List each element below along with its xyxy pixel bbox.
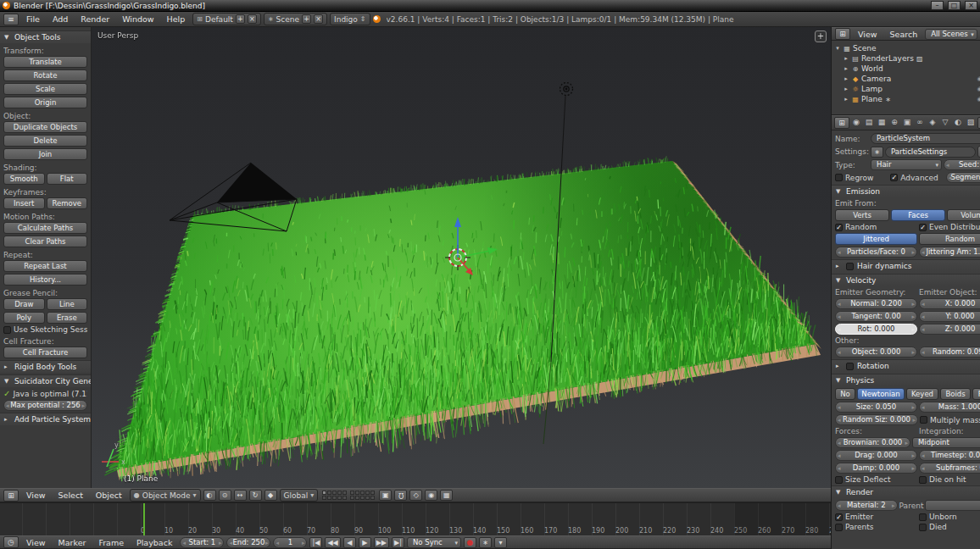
type-select[interactable]: Hair (871, 159, 942, 170)
random-size-field[interactable]: Random Siz: 0.000 (835, 414, 918, 425)
seed-field[interactable]: Seed: 0 (944, 159, 980, 170)
grease-poly-button[interactable]: Poly (3, 312, 45, 324)
timeline-menu-marker[interactable]: Marker (53, 537, 92, 548)
emitter-checkbox[interactable]: Emitter (835, 513, 917, 521)
emit-verts-button[interactable]: Verts (835, 209, 889, 221)
timeline-menu-frame[interactable]: Frame (93, 537, 129, 548)
lamp-object[interactable] (560, 83, 573, 96)
menu-render[interactable]: Render (75, 14, 114, 25)
emit-faces-button[interactable]: Faces (891, 209, 945, 221)
tab-scene[interactable]: ▦ (876, 117, 888, 129)
object-tools-panel-header[interactable]: Object Tools (0, 30, 91, 43)
timeline-menu-view[interactable]: View (21, 537, 51, 548)
previous-keyframe-button[interactable]: ◀◀ (325, 537, 340, 548)
scale-button[interactable]: Scale (3, 83, 87, 95)
lock-to-scene-icon[interactable]: ▣ (379, 490, 392, 501)
frame-end-field[interactable]: End: 250 (226, 537, 270, 548)
velocity-random-field[interactable]: Random: 0.090 (919, 347, 980, 358)
rotate-button[interactable]: Rotate (3, 69, 87, 81)
damp-field[interactable]: Damp: 0.000 (835, 463, 917, 474)
outliner-item-label[interactable]: Camera (861, 75, 891, 83)
even-distribution-checkbox[interactable]: Even Distribution (919, 223, 980, 231)
random-checkbox[interactable]: Random (835, 223, 917, 231)
outliner-row-lamp[interactable]: ▸ ☼ Lamp ◉ ↖ ◈ (834, 84, 980, 94)
tab-object[interactable]: ▣ (901, 117, 913, 129)
expand-icon[interactable]: ▾ (834, 45, 841, 52)
pivot-point-button[interactable]: ⊙ (219, 490, 231, 501)
timestep-field[interactable]: Timestep: 0.040 (919, 450, 980, 461)
suicidator-panel-header[interactable]: Suicidator City Gener (0, 374, 91, 387)
grease-line-button[interactable]: Line (47, 298, 88, 310)
tab-material[interactable]: ◐ (952, 117, 964, 129)
mode-select[interactable]: ● Object Mode ▾ (130, 489, 201, 502)
velocity-object-field[interactable]: Object: 0.000 (835, 347, 917, 358)
viewport-shading-button[interactable]: ◐ (203, 490, 216, 501)
close-button[interactable]: × (965, 1, 977, 10)
flat-button[interactable]: Flat (47, 173, 88, 185)
remove-keyframe-button[interactable]: Remove (47, 197, 88, 209)
tab-render-layers[interactable]: ▤ (863, 117, 875, 129)
tab-texture[interactable]: ▨ (965, 117, 977, 129)
visibility-eye-icon[interactable]: ◉ (976, 86, 980, 92)
add-scene-button[interactable]: + (302, 14, 311, 24)
viewport-editor-type-button[interactable]: ⊞ (3, 490, 19, 502)
emission-panel-header[interactable]: Emission (832, 185, 980, 197)
minimize-button[interactable]: – (931, 1, 944, 10)
physics-newtonian-button[interactable]: Newtonian (857, 388, 905, 400)
viewport-menu-view[interactable]: View (21, 490, 51, 501)
sync-mode-select[interactable]: No Sync (407, 537, 461, 548)
layer-buttons[interactable] (322, 491, 375, 500)
current-frame-marker[interactable] (143, 503, 145, 535)
origin-button[interactable]: Origin (3, 97, 87, 108)
current-frame-field[interactable]: 1 (273, 537, 307, 548)
menu-file[interactable]: File (21, 14, 45, 25)
outliner-item-label[interactable]: Scene (853, 44, 876, 53)
random-distribution-button[interactable]: Random (919, 233, 980, 245)
mass-field[interactable]: Mass: 1.000 (919, 402, 980, 413)
hair-dynamics-panel-header[interactable]: Hair dynamics (832, 259, 980, 272)
size-deflect-checkbox[interactable]: Size Deflect (835, 475, 917, 484)
manipulator-scale-button[interactable]: ◆ (264, 490, 277, 501)
rigid-body-panel-header[interactable]: Rigid Body Tools (0, 360, 91, 373)
properties-editor-type-button[interactable]: ⊞ (834, 117, 849, 129)
history-button[interactable]: History... (3, 274, 87, 286)
next-keyframe-button[interactable]: ▶▶ (374, 537, 389, 548)
outliner-row-world[interactable]: ▸ ⊕ World (834, 64, 980, 74)
snap-magnet-icon[interactable]: Ω (394, 490, 407, 501)
drag-field[interactable]: Drag: 0.000 (835, 450, 917, 461)
jump-to-end-button[interactable]: ▶| (392, 537, 404, 548)
physics-panel-header[interactable]: Physics (832, 374, 980, 386)
velocity-tangent-field[interactable]: Tangent: 0.00 (835, 311, 917, 322)
died-checkbox[interactable]: Died (919, 523, 980, 531)
render-opengl-button[interactable]: ◉ (425, 490, 437, 501)
outliner-menu-view[interactable]: View (853, 29, 883, 40)
visibility-eye-icon[interactable]: ◉ (976, 75, 980, 82)
velocity-panel-header[interactable]: Velocity (832, 274, 980, 286)
visibility-eye-icon[interactable]: ◉ (976, 96, 980, 103)
translate-button[interactable]: Translate (3, 56, 87, 68)
add-particle-panel-header[interactable]: Add Particle System Slo (0, 413, 91, 425)
expand-icon[interactable]: ▸ (843, 96, 849, 103)
velocity-z-field[interactable]: Z: 0.000 (919, 324, 980, 335)
manipulator-rotate-button[interactable]: ↻ (249, 490, 262, 501)
layer-group-2[interactable] (350, 491, 375, 500)
expand-icon[interactable]: ▸ (843, 55, 849, 62)
scene-select[interactable]: ∗ Scene + × (264, 13, 327, 25)
timeline-menu-playback[interactable]: Playback (131, 537, 177, 548)
outliner-row-camera[interactable]: ▸ ◆ Camera ◉ ↖ ◈ (834, 74, 980, 84)
menu-add[interactable]: Add (47, 14, 73, 25)
tab-object-data[interactable]: ▽ (939, 117, 951, 129)
tab-modifiers[interactable]: ◈ (927, 117, 938, 129)
viewport-3d[interactable]: x y User Persp (1) Plane + (92, 27, 831, 488)
brownian-field[interactable]: Brownian: 0.000 (835, 437, 910, 448)
camera-object[interactable] (170, 163, 297, 231)
size-field[interactable]: Size: 0.050 (835, 402, 917, 413)
clear-paths-button[interactable]: Clear Paths (3, 236, 87, 247)
cell-fracture-button[interactable]: Cell Fracture (3, 347, 87, 358)
delete-screen-layout-button[interactable]: × (248, 14, 257, 24)
outliner-row-renderlayers[interactable]: ▸ ▤ RenderLayers ▨ (834, 53, 980, 64)
parent-object-field[interactable] (925, 500, 980, 511)
outliner-item-label[interactable]: RenderLayers (861, 54, 914, 63)
snap-element-select[interactable]: ◇ (409, 490, 422, 501)
delete-button[interactable]: Delete (3, 135, 87, 147)
